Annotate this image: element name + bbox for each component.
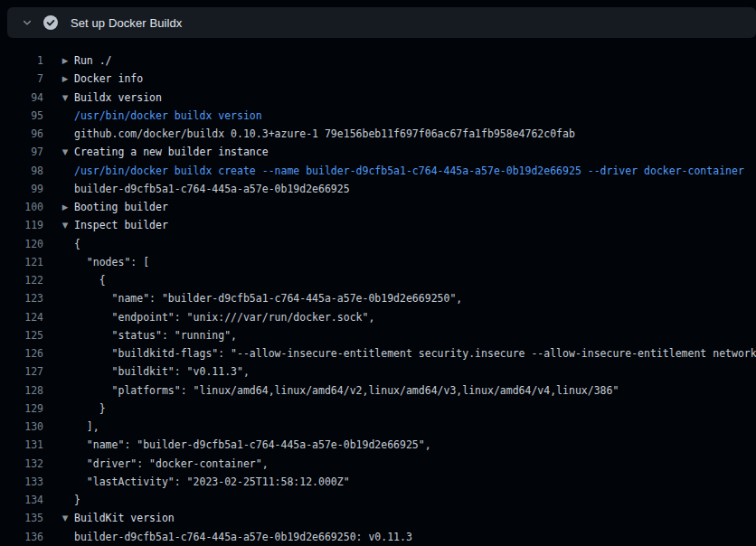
arrow-spacer bbox=[56, 362, 74, 381]
arrow-spacer bbox=[56, 125, 74, 143]
line-number[interactable]: 131 bbox=[0, 436, 43, 454]
arrow-spacer bbox=[56, 162, 74, 180]
triangle-down-icon[interactable]: ▼ bbox=[56, 143, 74, 161]
log-line[interactable]: 119▼Inspect builder bbox=[0, 216, 756, 234]
log-line: 132 "driver": "docker-container", bbox=[0, 455, 756, 473]
log-line: 126 "buildkitd-flags": "--allow-insecure… bbox=[0, 344, 756, 362]
log-line: 120{ bbox=[0, 235, 756, 253]
line-number[interactable]: 125 bbox=[0, 326, 43, 344]
log-line[interactable]: 135▼BuildKit version bbox=[0, 509, 756, 527]
line-number[interactable]: 7 bbox=[0, 70, 43, 88]
log-text: "status": "running", bbox=[74, 326, 756, 344]
arrow-spacer bbox=[56, 400, 74, 418]
arrow-spacer bbox=[56, 491, 74, 509]
log-line: 125 "status": "running", bbox=[0, 326, 756, 344]
log-line: 128 "platforms": "linux/amd64,linux/amd6… bbox=[0, 381, 756, 400]
triangle-down-icon[interactable]: ▼ bbox=[56, 509, 74, 527]
line-number[interactable]: 121 bbox=[0, 253, 43, 271]
arrow-spacer bbox=[56, 326, 74, 344]
log-line: 129 } bbox=[0, 400, 756, 418]
line-number[interactable]: 99 bbox=[0, 180, 43, 198]
log-text: "name": "builder-d9cfb5a1-c764-445a-a57e… bbox=[74, 436, 756, 454]
line-number[interactable]: 95 bbox=[0, 107, 43, 125]
line-number[interactable]: 126 bbox=[0, 344, 43, 362]
arrow-spacer bbox=[56, 107, 74, 125]
chevron-down-icon[interactable] bbox=[14, 7, 40, 38]
arrow-spacer bbox=[56, 235, 74, 253]
log-line: 121 "nodes": [ bbox=[0, 253, 756, 271]
triangle-right-icon[interactable]: ▶ bbox=[56, 52, 74, 70]
log-line: 124 "endpoint": "unix:///var/run/docker.… bbox=[0, 308, 756, 326]
log-line[interactable]: 100▶Booting builder bbox=[0, 198, 756, 216]
arrow-spacer bbox=[56, 289, 74, 307]
log-text: /usr/bin/docker buildx create --name bui… bbox=[74, 162, 756, 180]
line-number[interactable]: 135 bbox=[0, 509, 43, 527]
line-number[interactable]: 132 bbox=[0, 455, 43, 473]
log-line: 133 "lastActivity": "2023-02-25T11:58:12… bbox=[0, 473, 756, 491]
log-text: "name": "builder-d9cfb5a1-c764-445a-a57e… bbox=[74, 289, 756, 307]
arrow-spacer bbox=[56, 418, 74, 436]
line-number[interactable]: 128 bbox=[0, 381, 43, 400]
log-text: Inspect builder bbox=[74, 216, 756, 234]
line-number[interactable]: 122 bbox=[0, 271, 43, 289]
line-number[interactable]: 120 bbox=[0, 235, 43, 253]
line-number[interactable]: 124 bbox=[0, 308, 43, 326]
log-line: 134} bbox=[0, 491, 756, 509]
triangle-down-icon[interactable]: ▼ bbox=[56, 89, 74, 107]
line-number[interactable]: 133 bbox=[0, 473, 43, 491]
log-text: ], bbox=[74, 418, 756, 436]
line-number[interactable]: 98 bbox=[0, 162, 43, 180]
log-line: 122 { bbox=[0, 271, 756, 289]
log-text: "buildkitd-flags": "--allow-insecure-ent… bbox=[74, 344, 756, 362]
log-line[interactable]: 7▶Docker info bbox=[0, 70, 756, 88]
log-line: 96github.com/docker/buildx 0.10.3+azure-… bbox=[0, 125, 756, 143]
log-line: 136builder-d9cfb5a1-c764-445a-a57e-0b19d… bbox=[0, 528, 756, 546]
log-line: 99builder-d9cfb5a1-c764-445a-a57e-0b19d2… bbox=[0, 180, 756, 198]
line-number[interactable]: 136 bbox=[0, 528, 43, 546]
log-line: 130 ], bbox=[0, 418, 756, 436]
line-number[interactable]: 130 bbox=[0, 418, 43, 436]
arrow-spacer bbox=[56, 528, 74, 546]
line-number[interactable]: 123 bbox=[0, 289, 43, 307]
log-lines-container: 1▶Run ./7▶Docker info94▼Buildx version95… bbox=[0, 52, 756, 546]
line-number[interactable]: 119 bbox=[0, 216, 43, 234]
log-line[interactable]: 94▼Buildx version bbox=[0, 89, 756, 107]
log-text: "lastActivity": "2023-02-25T11:58:12.000… bbox=[74, 473, 756, 491]
check-circle-icon bbox=[43, 15, 58, 30]
log-text: } bbox=[74, 400, 756, 418]
log-text: Creating a new builder instance bbox=[74, 143, 756, 161]
triangle-down-icon[interactable]: ▼ bbox=[56, 216, 74, 234]
line-number[interactable]: 96 bbox=[0, 125, 43, 143]
step-header[interactable]: Set up Docker Buildx bbox=[7, 7, 756, 38]
log-line[interactable]: 1▶Run ./ bbox=[0, 52, 756, 70]
triangle-right-icon[interactable]: ▶ bbox=[56, 70, 74, 88]
log-text: "endpoint": "unix:///var/run/docker.sock… bbox=[74, 308, 756, 326]
triangle-right-icon[interactable]: ▶ bbox=[56, 198, 74, 216]
line-number[interactable]: 134 bbox=[0, 491, 43, 509]
arrow-spacer bbox=[56, 381, 74, 400]
log-text: Booting builder bbox=[74, 198, 756, 216]
arrow-spacer bbox=[56, 253, 74, 271]
line-number[interactable]: 127 bbox=[0, 362, 43, 381]
log-text: /usr/bin/docker buildx version bbox=[74, 107, 756, 125]
log-text: BuildKit version bbox=[74, 509, 756, 527]
line-number[interactable]: 129 bbox=[0, 400, 43, 418]
arrow-spacer bbox=[56, 308, 74, 326]
arrow-spacer bbox=[56, 180, 74, 198]
line-number[interactable]: 1 bbox=[0, 52, 43, 70]
log-line: 123 "name": "builder-d9cfb5a1-c764-445a-… bbox=[0, 289, 756, 307]
log-text: { bbox=[74, 235, 756, 253]
log-line[interactable]: 97▼Creating a new builder instance bbox=[0, 143, 756, 161]
arrow-spacer bbox=[56, 455, 74, 473]
line-number[interactable]: 100 bbox=[0, 198, 43, 216]
workflow-log-panel: Set up Docker Buildx 1▶Run ./7▶Docker in… bbox=[0, 0, 756, 546]
arrow-spacer bbox=[56, 271, 74, 289]
log-text: builder-d9cfb5a1-c764-445a-a57e-0b19d2e6… bbox=[74, 528, 756, 546]
log-text: Buildx version bbox=[74, 89, 756, 107]
line-number[interactable]: 94 bbox=[0, 89, 43, 107]
log-line: 131 "name": "builder-d9cfb5a1-c764-445a-… bbox=[0, 436, 756, 454]
arrow-spacer bbox=[56, 436, 74, 454]
line-number[interactable]: 97 bbox=[0, 143, 43, 161]
log-text: builder-d9cfb5a1-c764-445a-a57e-0b19d2e6… bbox=[74, 180, 756, 198]
log-text: } bbox=[74, 491, 756, 509]
